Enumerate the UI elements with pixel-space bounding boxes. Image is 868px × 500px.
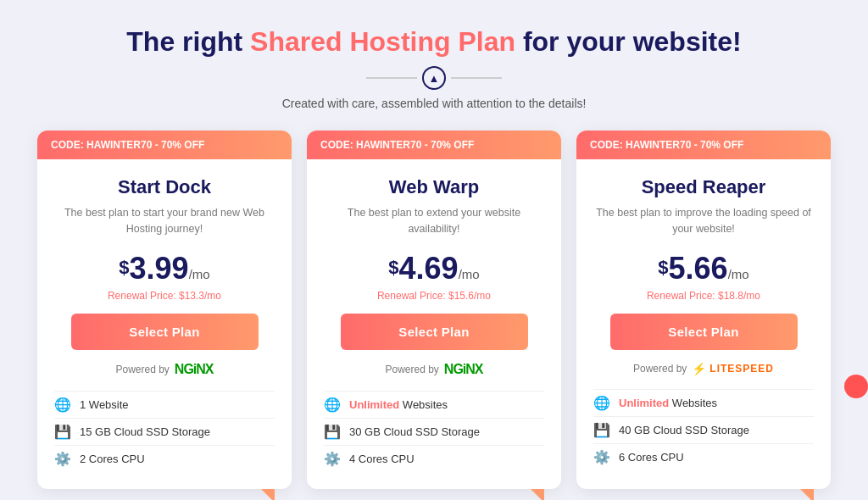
feature-icon-cpu-start-dock: ⚙️ [54,451,71,467]
promo-badge-web-warp: CODE: HAWINTER70 - 70% OFF [307,131,561,159]
feature-websites-web-warp: 🌐 Unlimited Websites [324,391,544,418]
plan-card-start-dock: CODE: HAWINTER70 - 70% OFF Start Dock Th… [37,131,292,489]
select-plan-button-speed-reaper[interactable]: Select Plan [610,314,798,350]
feature-icon-storage-web-warp: 💾 [324,424,341,440]
feature-icon-storage-speed-reaper: 💾 [593,422,610,438]
plan-card-speed-reaper: CODE: HAWINTER70 - 70% OFF Speed Reaper … [576,131,831,489]
promo-code-speed-reaper: CODE: HAWINTER70 - 70% OFF [590,139,743,151]
feature-websites-speed-reaper: 🌐 Unlimited Websites [593,389,814,416]
powered-label-start-dock: Powered by [115,364,169,375]
red-dot-decoration [844,375,868,398]
promo-badge-speed-reaper: CODE: HAWINTER70 - 70% OFF [576,131,831,159]
divider: ▲ [19,66,849,90]
features-list-start-dock: 🌐 1 Website 💾 15 GB Cloud SSD Storage ⚙️… [37,391,292,472]
feature-icon-cpu-speed-reaper: ⚙️ [593,449,610,465]
powered-by-speed-reaper: Powered by ⚡LITESPEED [593,362,814,375]
card-body-start-dock: Start Dock The best plan to start your b… [37,159,292,377]
price-per-web-warp: /mo [459,267,480,281]
nginx-logo-start-dock: NGiNX [175,362,214,377]
promo-code-start-dock: CODE: HAWINTER70 - 70% OFF [51,139,204,151]
feature-cpu-web-warp: ⚙️ 4 Cores CPU [324,445,544,472]
renewal-speed-reaper: Renewal Price: $18.8/mo [593,290,814,302]
renewal-web-warp: Renewal Price: $15.6/mo [324,290,544,302]
feature-text-cpu-web-warp: 4 Cores CPU [349,453,415,465]
promo-code-web-warp: CODE: HAWINTER70 - 70% OFF [320,139,474,151]
feature-text-websites-start-dock: 1 Website [80,398,129,411]
plan-name-start-dock: Start Dock [54,176,275,198]
powered-label-web-warp: Powered by [385,364,438,375]
feature-text-storage-web-warp: 30 GB Cloud SSD Storage [349,425,480,438]
price-speed-reaper: 5.66 [669,251,728,286]
main-title: The right Shared Hosting Plan for your w… [19,25,849,58]
select-plan-button-start-dock[interactable]: Select Plan [71,314,259,350]
feature-storage-speed-reaper: 💾 40 GB Cloud SSD Storage [593,416,814,443]
price-dollar-speed-reaper: $ [658,257,668,278]
feature-storage-web-warp: 💾 30 GB Cloud SSD Storage [324,418,544,445]
feature-text-websites-speed-reaper: Unlimited Websites [619,397,717,409]
features-list-speed-reaper: 🌐 Unlimited Websites 💾 40 GB Cloud SSD S… [576,389,831,470]
price-per-start-dock: /mo [189,267,210,281]
feature-cpu-speed-reaper: ⚙️ 6 Cores CPU [593,443,814,470]
feature-icon-websites-start-dock: 🌐 [54,397,71,413]
price-block-web-warp: $4.69/mo [324,251,544,286]
price-start-dock: 3.99 [130,251,189,286]
plan-card-web-warp: CODE: HAWINTER70 - 70% OFF Web Warp The … [307,131,561,489]
feature-websites-start-dock: 🌐 1 Website [54,391,275,418]
litespeed-logo-speed-reaper: ⚡LITESPEED [692,362,774,375]
feature-icon-storage-start-dock: 💾 [54,424,71,440]
price-dollar-web-warp: $ [388,257,398,278]
feature-text-cpu-speed-reaper: 6 Cores CPU [619,451,684,464]
feature-text-cpu-start-dock: 2 Cores CPU [80,453,145,465]
feature-icon-websites-speed-reaper: 🌐 [593,395,610,411]
price-web-warp: 4.69 [399,251,459,286]
promo-badge-start-dock: CODE: HAWINTER70 - 70% OFF [37,131,292,159]
feature-cpu-start-dock: ⚙️ 2 Cores CPU [54,445,275,472]
price-block-start-dock: $3.99/mo [54,251,275,286]
feature-text-storage-speed-reaper: 40 GB Cloud SSD Storage [619,424,749,436]
cards-container: CODE: HAWINTER70 - 70% OFF Start Dock Th… [19,131,849,489]
price-dollar-start-dock: $ [119,257,129,278]
feature-text-websites-web-warp: Unlimited Websites [349,398,448,411]
title-highlight: Shared Hosting Plan [250,26,515,57]
feature-text-storage-start-dock: 15 GB Cloud SSD Storage [80,425,210,438]
price-per-speed-reaper: /mo [728,267,749,281]
powered-by-web-warp: Powered by NGiNX [324,362,544,377]
subtitle: Created with care, assembled with attent… [19,97,849,110]
powered-label-speed-reaper: Powered by [633,363,687,375]
price-block-speed-reaper: $5.66/mo [593,251,814,286]
title-end: for your website! [515,26,742,57]
powered-by-start-dock: Powered by NGiNX [54,362,275,377]
divider-icon-circle: ▲ [422,66,446,90]
divider-line-right [451,77,502,79]
card-body-web-warp: Web Warp The best plan to extend your we… [307,159,561,377]
feature-icon-websites-web-warp: 🌐 [324,397,341,413]
select-plan-button-web-warp[interactable]: Select Plan [341,314,528,350]
renewal-start-dock: Renewal Price: $13.3/mo [54,290,275,302]
nginx-logo-web-warp: NGiNX [444,362,483,377]
plan-desc-start-dock: The best plan to start your brand new We… [54,205,275,239]
plan-name-speed-reaper: Speed Reaper [593,176,814,198]
features-list-web-warp: 🌐 Unlimited Websites 💾 30 GB Cloud SSD S… [307,391,561,472]
plan-desc-speed-reaper: The best plan to improve the loading spe… [593,205,814,239]
heading-section: The right Shared Hosting Plan for your w… [19,25,849,110]
feature-storage-start-dock: 💾 15 GB Cloud SSD Storage [54,418,275,445]
divider-line-left [366,77,417,79]
plan-desc-web-warp: The best plan to extend your website ava… [324,205,544,239]
plan-name-web-warp: Web Warp [324,176,544,198]
title-start: The right [126,26,250,57]
litespeed-bolt-icon: ⚡ [692,362,707,375]
page-wrapper: The right Shared Hosting Plan for your w… [19,25,849,489]
card-body-speed-reaper: Speed Reaper The best plan to improve th… [576,159,831,375]
feature-icon-cpu-web-warp: ⚙️ [324,451,341,467]
